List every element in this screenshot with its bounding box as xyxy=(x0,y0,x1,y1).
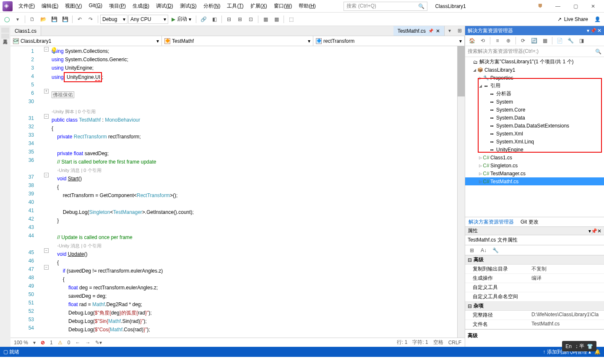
warning-icon[interactable]: ⚠ xyxy=(58,340,62,346)
stop-button[interactable]: ◧ xyxy=(209,15,219,24)
fold-icon[interactable]: + xyxy=(44,89,49,94)
fold-icon[interactable]: − xyxy=(44,114,49,119)
back-button[interactable]: ◯ xyxy=(2,15,12,24)
close-tab-icon[interactable]: ✕ xyxy=(436,28,440,34)
menu-H[interactable]: 帮助(H) xyxy=(296,2,318,10)
doc-tab-more[interactable]: ⊞ xyxy=(455,26,465,35)
home-icon[interactable]: 🏠 xyxy=(467,36,477,45)
nav-fwd-icon[interactable]: → xyxy=(85,340,90,346)
tb-icon[interactable]: ⊡ xyxy=(246,15,256,24)
tree-row[interactable]: ▷C#Class1.cs xyxy=(465,153,604,161)
editor-scrollbar[interactable] xyxy=(457,46,465,338)
tree-row[interactable]: ▷C#TestManager.cs xyxy=(465,169,604,177)
solution-tree[interactable]: 🗂解决方案"ClassLibrary1"(1 个项目/共 1 个)◢📦Class… xyxy=(465,57,604,217)
show-all-icon[interactable]: ◨ xyxy=(576,36,586,45)
platform-combo[interactable]: Any CPU▾ xyxy=(128,15,168,24)
menu-P[interactable]: 项目(P) xyxy=(107,2,128,10)
tree-row[interactable]: ▷C#TestMathf.cs xyxy=(465,177,604,185)
menu-V[interactable]: 视图(V) xyxy=(62,2,84,10)
menu-X[interactable]: 扩展(X) xyxy=(248,2,270,10)
sync-icon[interactable]: ⟳ xyxy=(518,36,528,45)
menu-T[interactable]: 工具(T) xyxy=(224,2,246,10)
categorize-icon[interactable]: ⊞ xyxy=(467,246,477,255)
new-item-button[interactable]: 🗋 xyxy=(27,15,37,24)
zoom-level[interactable]: 100 % xyxy=(14,340,28,346)
tree-row[interactable]: ▪▪System.Core xyxy=(465,106,604,114)
live-share-button[interactable]: ↗Live Share xyxy=(554,16,591,23)
close-panel-icon[interactable]: ✕ xyxy=(597,228,601,234)
save-all-button[interactable]: 💾 xyxy=(60,15,70,24)
nav-class[interactable]: 🔶TestMathf▾ xyxy=(162,36,313,46)
tree-row[interactable]: ▪▪分析器 xyxy=(465,90,604,98)
menu-W[interactable]: 窗口(W) xyxy=(271,2,294,10)
doc-tab-overflow[interactable]: ▾ xyxy=(445,26,455,35)
server-explorer-tab[interactable]: 服务器资源管理器 xyxy=(1,28,9,33)
open-button[interactable]: 📂 xyxy=(38,15,48,24)
code-content[interactable]: using System.Collections;using System.Co… xyxy=(52,46,457,338)
tb-icon[interactable]: ⊟ xyxy=(224,15,234,24)
menu-G[interactable]: Git(G) xyxy=(86,2,105,10)
tb-icon[interactable]: ▦ xyxy=(271,15,281,24)
menu-D[interactable]: 调试(D) xyxy=(154,2,176,10)
error-icon[interactable]: ⊘ xyxy=(41,340,45,346)
nav-project[interactable]: C#ClassLibrary1▾ xyxy=(10,36,162,46)
menu-B[interactable]: 生成(B) xyxy=(130,2,152,10)
tb-icon[interactable]: ⊕ xyxy=(503,36,513,45)
toolbox-tab[interactable]: 工具箱 xyxy=(1,34,9,39)
pin-icon[interactable]: 📌 xyxy=(591,228,597,234)
close-panel-icon[interactable]: ✕ xyxy=(597,28,601,34)
menu-F[interactable]: 文件(F) xyxy=(16,2,37,10)
refresh-icon[interactable]: 🔄 xyxy=(529,36,539,45)
account-icon[interactable]: 👤 xyxy=(592,15,602,24)
close-button[interactable]: ✕ xyxy=(585,1,601,11)
tree-row[interactable]: ▪▪System.Data xyxy=(465,114,604,122)
tree-row[interactable]: 🗂解决方案"ClassLibrary1"(1 个项目/共 1 个) xyxy=(465,58,604,66)
tb-icon[interactable]: ⊞ xyxy=(235,15,245,24)
tree-row[interactable]: ▷🔧Properties xyxy=(465,74,604,82)
eol-indicator[interactable]: CRLF xyxy=(448,340,461,346)
tree-row[interactable]: ▪▪System.Xml xyxy=(465,130,604,138)
line-indicator[interactable]: 行: 1 xyxy=(397,339,407,346)
undo-button[interactable]: ↶ xyxy=(75,15,85,24)
nav-member[interactable]: 🔷rectTransform▾ xyxy=(313,36,465,46)
minimize-button[interactable]: — xyxy=(549,1,566,11)
tree-row[interactable]: ▪▪System.Xml.Linq xyxy=(465,138,604,146)
sort-icon[interactable]: A↓ xyxy=(479,246,489,255)
tb-icon[interactable]: ▦ xyxy=(260,15,271,24)
tb-icon[interactable]: 📄 xyxy=(555,36,565,45)
quick-search[interactable]: 搜索 (Ctrl+Q) 🔍 xyxy=(344,2,427,11)
attach-button[interactable]: 🔗 xyxy=(198,15,208,24)
tree-row[interactable]: ▷C#Singleton.cs xyxy=(465,161,604,169)
tree-row[interactable]: ▪▪UnityEngine xyxy=(465,146,604,153)
redo-button[interactable]: ↷ xyxy=(86,15,96,24)
menu-S[interactable]: 测试(S) xyxy=(177,2,199,10)
tb-icon[interactable]: ⬚ xyxy=(286,15,296,24)
code-editor[interactable]: 💡 12345630 313233343536 3738394041424344… xyxy=(10,46,465,338)
expand-icon[interactable]: ⟲ xyxy=(478,36,488,45)
tree-row[interactable]: ◢📦ClassLibrary1 xyxy=(465,66,604,74)
nav-back-icon[interactable]: ← xyxy=(75,340,80,346)
start-debug-button[interactable]: ▶启动▾ xyxy=(169,15,194,24)
config-combo[interactable]: Debug▾ xyxy=(100,15,128,24)
tree-row[interactable]: ◢▪▪引用 xyxy=(465,82,604,90)
tb-icon[interactable]: ▦ xyxy=(540,36,550,45)
solution-search[interactable]: 搜索解决方案资源管理器(Ctrl+;)🔍 xyxy=(465,46,604,57)
menu-N[interactable]: 分析(N) xyxy=(201,2,223,10)
col-indicator[interactable]: 字符: 1 xyxy=(412,339,428,346)
properties-grid[interactable]: ⊟高级复制到输出目录不复制生成操作编译自定义工具自定义工具命名空间⊟杂项完整路径… xyxy=(465,255,604,329)
fold-icon[interactable]: − xyxy=(44,173,49,177)
tab-git-changes[interactable]: Git 更改 xyxy=(517,217,542,226)
tab-solution-explorer[interactable]: 解决方案资源管理器 xyxy=(465,217,517,226)
spaces-indicator[interactable]: 空格 xyxy=(433,339,443,346)
fold-icon[interactable]: − xyxy=(44,47,49,52)
tb-icon[interactable]: ≡ xyxy=(492,36,502,45)
maximize-button[interactable]: ▢ xyxy=(567,1,584,11)
properties-icon[interactable]: 🔧 xyxy=(565,36,575,45)
wrench-icon[interactable]: 🔧 xyxy=(490,246,500,255)
fold-icon[interactable]: − xyxy=(44,248,49,253)
tree-row[interactable]: ▪▪System xyxy=(465,98,604,106)
pen-icon[interactable]: ✎▾ xyxy=(95,340,102,346)
tree-row[interactable]: ▪▪System.Data.DataSetExtensions xyxy=(465,122,604,130)
menu-E[interactable]: 编辑(E) xyxy=(39,2,61,10)
forward-button[interactable]: ▾ xyxy=(13,15,23,24)
